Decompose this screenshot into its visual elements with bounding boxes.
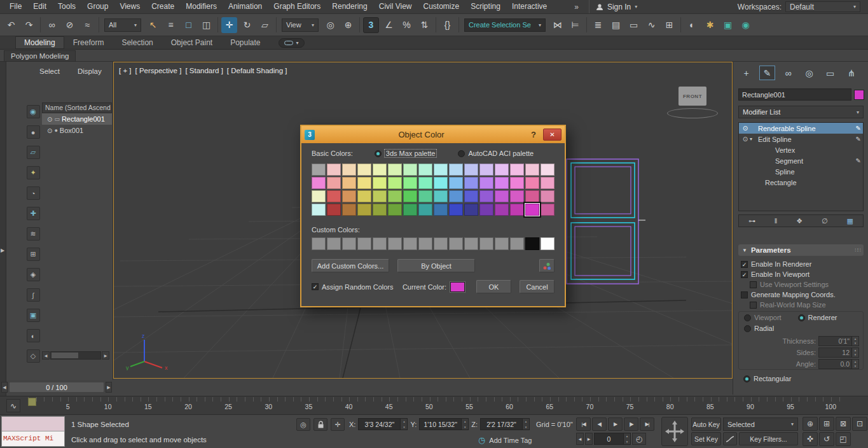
zoom-icon[interactable]: ⊕ xyxy=(803,417,818,431)
rendered-frame-icon[interactable]: ▣ xyxy=(720,17,736,33)
named-selection-sets-combobox[interactable]: Create Selection Se ▾ xyxy=(464,18,546,32)
select-and-manipulate-icon[interactable]: ⊕ xyxy=(340,17,356,33)
toggle-ribbon-icon[interactable]: ▭ xyxy=(626,17,642,33)
display-bones-icon[interactable]: ∫ xyxy=(27,288,40,302)
explorer-horizontal-scrollbar[interactable]: ◀ ▶ xyxy=(42,351,109,360)
modifier-list-dropdown[interactable]: Modifier List ▾ xyxy=(738,106,864,118)
basic-color-swatch[interactable] xyxy=(495,164,509,176)
schematic-view-icon[interactable]: ⊞ xyxy=(661,17,677,33)
scroll-right-button[interactable]: ▶ xyxy=(102,351,109,360)
renderer-radio[interactable]: Renderer xyxy=(798,314,837,321)
maxscript-mini-listener[interactable]: MAXScript Mi xyxy=(1,416,65,447)
object-name-field[interactable]: Rectangle001 xyxy=(738,88,851,101)
tab-modify[interactable]: ✎ xyxy=(759,66,775,80)
ribbon-config-dropdown[interactable]: ▾ xyxy=(279,38,305,48)
undo-icon[interactable]: ↶ xyxy=(3,17,19,33)
custom-color-swatch[interactable] xyxy=(449,237,463,250)
menu-create[interactable]: Create xyxy=(146,0,180,13)
y-coordinate-field[interactable]: 1'10 15/32" ▴▾ xyxy=(419,418,469,430)
panel-flyout-arrow[interactable]: ▶ xyxy=(1,248,4,253)
basic-color-swatch[interactable] xyxy=(342,164,356,176)
sign-in-button[interactable]: Sign In ▾ xyxy=(589,0,644,13)
custom-color-swatch[interactable] xyxy=(479,237,493,250)
basic-color-swatch[interactable] xyxy=(434,204,448,216)
spinner-snap-icon[interactable]: ⇅ xyxy=(417,17,432,33)
basic-color-swatch[interactable] xyxy=(525,204,539,216)
default-key-tangent-button[interactable] xyxy=(723,432,737,445)
enable-in-viewport-checkbox[interactable]: ✓ Enable In Viewport xyxy=(741,269,836,279)
tab-object-paint[interactable]: Object Paint xyxy=(162,36,221,49)
object-color-swatch[interactable] xyxy=(854,90,864,100)
explorer-menu-select[interactable]: Select xyxy=(34,66,65,77)
basic-color-swatch[interactable] xyxy=(541,164,555,176)
time-slider-bar[interactable]: 0 / 100 xyxy=(9,382,104,393)
basic-color-swatch[interactable] xyxy=(464,204,478,216)
display-frozen-icon[interactable]: ◇ xyxy=(27,349,40,363)
spinner-arrows[interactable]: ▴▾ xyxy=(623,433,630,444)
make-unique-icon[interactable]: ❖ xyxy=(796,217,803,225)
selection-region-icon[interactable]: □ xyxy=(181,17,196,33)
custom-color-swatch[interactable] xyxy=(357,237,371,250)
menu-views[interactable]: Views xyxy=(114,0,146,13)
configure-modifier-sets-icon[interactable]: ▦ xyxy=(847,217,853,225)
spinner-arrows[interactable]: ▴▾ xyxy=(400,419,407,430)
custom-color-swatch[interactable] xyxy=(312,237,326,250)
display-materials-icon[interactable]: ◐ xyxy=(27,329,40,342)
menu-customize[interactable]: Customize xyxy=(418,0,465,13)
set-key-button[interactable]: Set Key xyxy=(691,432,721,445)
basic-color-swatch[interactable] xyxy=(525,177,539,189)
modifier-eye-icon[interactable]: ⊙ xyxy=(741,136,750,143)
sides-field[interactable]: Sides: 12▴▾ xyxy=(739,347,859,358)
scroll-left-button[interactable]: ◀ xyxy=(42,351,50,360)
baseobject-rectangle[interactable]: Rectangle xyxy=(739,177,863,188)
basic-color-swatch[interactable] xyxy=(418,177,432,189)
custom-color-swatch[interactable] xyxy=(388,237,402,250)
custom-color-swatch[interactable] xyxy=(342,237,356,250)
modifier-edit-spline[interactable]: ⊙ ▾ Edit Spline ✎ xyxy=(739,134,863,144)
select-object-icon[interactable]: ↖ xyxy=(145,17,161,33)
pin-stack-icon[interactable]: ⊶ xyxy=(748,217,755,225)
auto-key-button[interactable]: Auto Key xyxy=(691,417,721,431)
dialog-titlebar[interactable]: 3 Object Color ? ✕ xyxy=(301,126,565,143)
absolute-mode-toggle[interactable]: ✛ xyxy=(331,418,345,431)
align-icon[interactable]: ⊨ xyxy=(567,17,583,33)
visibility-eye-icon[interactable]: ⊙ xyxy=(47,127,52,134)
angle-field[interactable]: Angle: 0.0▴▾ xyxy=(739,358,859,369)
basic-color-swatch[interactable] xyxy=(525,190,539,202)
key-mode-next-button[interactable]: ▶ xyxy=(585,433,593,445)
add-custom-colors-button[interactable]: Add Custom Colors... xyxy=(312,259,389,272)
maxscript-listener-row[interactable]: MAXScript Mi xyxy=(2,431,64,446)
basic-color-swatch[interactable] xyxy=(464,164,478,176)
basic-color-swatch[interactable] xyxy=(510,204,524,216)
basic-color-swatch[interactable] xyxy=(495,204,509,216)
tab-motion[interactable]: ◎ xyxy=(801,66,817,80)
next-frame-button[interactable]: |▶ xyxy=(624,417,638,431)
polygon-modeling-panel-button[interactable]: Polygon Modeling xyxy=(4,50,76,62)
render-setup-icon[interactable]: ✱ xyxy=(702,17,718,33)
basic-color-swatch[interactable] xyxy=(418,204,432,216)
basic-color-swatch[interactable] xyxy=(541,190,555,202)
basic-color-swatch[interactable] xyxy=(479,164,493,176)
custom-color-swatch[interactable] xyxy=(373,237,387,250)
custom-color-swatch[interactable] xyxy=(327,237,341,250)
previous-frame-arrow[interactable]: ◀ xyxy=(1,382,8,393)
toggle-layer-explorer-icon[interactable]: ▤ xyxy=(608,17,624,33)
expand-arrow-icon[interactable]: ▾ xyxy=(750,136,757,142)
basic-color-swatch[interactable] xyxy=(373,164,387,176)
3ds-max-palette-radio[interactable]: 3ds Max palette xyxy=(375,150,437,157)
previous-frame-button[interactable]: ◀| xyxy=(592,417,607,431)
time-configuration-button[interactable]: ◴ xyxy=(632,433,646,445)
spinner-arrows[interactable]: ▴▾ xyxy=(851,348,858,357)
use-viewport-settings-checkbox[interactable]: Use Viewport Settings xyxy=(750,279,836,290)
basic-color-swatch[interactable] xyxy=(342,204,356,216)
view-cube[interactable]: FRONT xyxy=(679,87,706,106)
select-and-move-icon[interactable]: ✛ xyxy=(221,17,237,33)
display-cameras-icon[interactable]: ◔ xyxy=(27,186,40,200)
keyboard-override-icon[interactable]: {} xyxy=(439,17,455,33)
subobject-spline[interactable]: Spline xyxy=(739,166,863,177)
basic-color-swatch[interactable] xyxy=(388,177,402,189)
next-frame-arrow[interactable]: ▶ xyxy=(106,382,112,393)
scene-row-rectangle001[interactable]: ⊙ ▭ Rectangle001 xyxy=(42,113,112,125)
selection-filter-dropdown[interactable]: All ▾ xyxy=(104,18,141,32)
thickness-field[interactable]: Thickness: 0'1"▴▾ xyxy=(739,335,859,346)
